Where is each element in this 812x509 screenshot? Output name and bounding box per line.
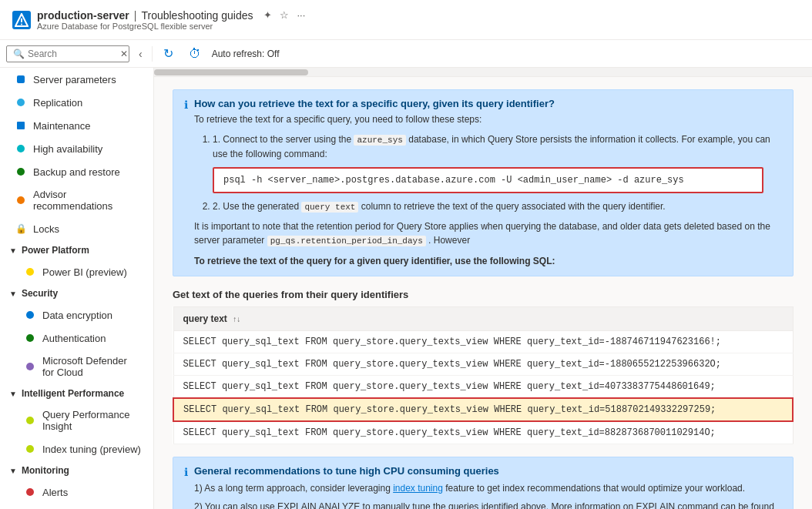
divider [152,46,153,62]
sidebar-item-power-bi[interactable]: Power BI (preview) [0,260,153,283]
row3-text: SELECT query_sql_text FROM query_store.q… [173,375,793,398]
query-table: query text ↑↓ SELECT query_sql_text FROM… [173,306,794,444]
search-box[interactable]: 🔍 ✕ [6,45,129,62]
table-row[interactable]: SELECT query_sql_text FROM query_store.q… [173,353,793,375]
chevron-monitoring: ▼ [9,467,17,475]
sidebar-item-authentication[interactable]: Authentication [0,326,153,350]
sidebar-item-high-availability[interactable]: High availability [0,137,153,160]
sidebar-label-replication: Replication [33,97,82,109]
star-icon[interactable]: ☆ [280,9,289,21]
sidebar-item-index-tuning[interactable]: Index tuning (preview) [0,437,153,460]
sidebar-item-query-perf[interactable]: Query Performance Insight [0,404,153,437]
top-header: production-server | Troubleshooting guid… [0,0,812,40]
sidebar-item-alerts[interactable]: Alerts [0,481,153,504]
sidebar-label-locks: Locks [33,223,59,235]
search-input[interactable] [28,49,120,59]
more-icon[interactable]: ··· [297,9,305,21]
sidebar-item-advisor[interactable]: Advisor recommendations [0,183,153,217]
table-row[interactable]: SELECT query_sql_text FROM query_store.q… [173,375,793,398]
sidebar-section-security[interactable]: ▼ Security [0,283,153,303]
ms-defender-icon [24,360,36,373]
search-icon: 🔍 [13,49,25,59]
note-code: pg_qs.retention_period_in_days [267,236,426,246]
rec-item-1: 1) As a long term approach, consider lev… [194,481,782,495]
sidebar-label-high-availability: High availability [33,143,102,155]
table-row[interactable]: SELECT query_sql_text FROM query_store.q… [173,330,793,353]
header-separator: | [134,9,137,22]
refresh-button[interactable]: ↻ [159,43,178,64]
gen-rec-info-icon: ℹ [184,466,188,478]
sidebar-label-query-perf: Query Performance Insight [42,409,141,432]
sidebar-section-monitoring-label: Monitoring [22,465,69,476]
info-icon: ℹ [184,99,188,111]
question-title: How can you retrieve the text for a spec… [194,98,782,109]
maintenance-icon [15,119,27,132]
header-title-block: production-server | Troubleshooting guid… [37,9,305,31]
index-tuning-link[interactable]: index tuning [393,483,443,494]
schedule-button[interactable]: ⏱ [184,44,206,64]
sidebar-item-server-parameters[interactable]: Server parameters [0,68,153,91]
sidebar-item-ms-defender[interactable]: Microsoft Defender for Cloud [0,350,153,383]
page-title: Troubleshooting guides [141,9,253,22]
sidebar-section-power-platform-label: Power Platform [22,245,89,256]
horizontal-scrollbar[interactable] [154,68,812,77]
collapse-sidebar-icon[interactable]: ‹ [136,48,146,60]
auto-refresh-label: Auto refresh: Off [212,49,280,59]
sidebar-label-index-tuning: Index tuning (preview) [42,444,141,455]
chevron-security: ▼ [9,290,17,298]
content-inner: ℹ How can you retrieve the text for a sp… [154,77,812,509]
sidebar-label-advisor: Advisor recommendations [33,189,141,212]
step-2: 2. Use the generated query text column t… [213,199,782,214]
app-logo [12,11,31,29]
rec-item-2: 2) You can also use EXPLAIN ANALYZE to m… [194,500,782,510]
table-section: Get text of the queries from their query… [173,289,794,444]
table-title: Get text of the queries from their query… [173,289,794,300]
high-availability-icon [15,142,27,155]
data-encryption-icon [24,309,36,321]
sidebar-item-replication[interactable]: Replication [0,91,153,114]
scrollbar-thumb [154,69,308,75]
server-name: production-server [37,9,129,22]
clear-search-icon[interactable]: ✕ [120,49,128,59]
row1-text: SELECT query_sql_text FROM query_store.q… [173,330,793,353]
sidebar-section-intelligent-performance[interactable]: ▼ Intelligent Performance [0,383,153,404]
gen-rec-title: General recommendations to tune high CPU… [194,465,782,477]
index-tuning-icon [24,443,36,455]
alerts-icon [24,486,36,498]
main-layout: Server parameters Replication Maintenanc… [0,68,812,509]
query-perf-icon [24,414,36,427]
sidebar-item-data-encryption[interactable]: Data encryption [0,303,153,326]
sidebar-item-maintenance[interactable]: Maintenance [0,114,153,137]
sort-icon[interactable]: ↑↓ [233,315,240,323]
sidebar-item-backup-restore[interactable]: Backup and restore [0,160,153,183]
table-row[interactable]: SELECT query_sql_text FROM query_store.q… [173,421,793,444]
step1-code: azure_sys [354,135,405,146]
step1-text: 1. Connect to the server using the [213,134,351,145]
server-parameters-icon [15,73,27,85]
sidebar-label-backup: Backup and restore [33,166,120,178]
rec1-before: 1) As a long term approach, consider lev… [194,483,391,494]
info-question-box: ℹ How can you retrieve the text for a sp… [173,89,794,276]
header-subtitle: Azure Database for PostgreSQL flexible s… [37,22,305,31]
steps-list-2: 2. Use the generated query text column t… [194,199,782,214]
sidebar-section-power-platform[interactable]: ▼ Power Platform [0,240,153,260]
chevron-intelligent-performance: ▼ [9,390,17,398]
note-rest: . However [428,235,470,246]
rec1-after: feature to get index recommendations tha… [445,483,745,494]
steps-list: 1. Connect to the server using the azure… [194,132,782,161]
step2-code: query text [301,202,358,213]
sidebar-item-locks[interactable]: 🔒 Locks [0,217,153,240]
bold-line: To retrieve the text of the query for a … [194,254,782,268]
step2-rest: column to retrieve the text of the query… [361,201,666,212]
pin-icon[interactable]: ✦ [263,9,272,21]
rec2-before: 2) You can also use EXPLAIN ANALYZE to m… [194,501,774,510]
table-row-highlighted[interactable]: SELECT query_sql_text FROM query_store.q… [173,398,793,421]
backup-icon [15,166,27,178]
gen-rec-box: ℹ General recommendations to tune high C… [173,457,794,510]
command-block: psql -h <server_name>.postgres.database.… [213,167,763,193]
sidebar-section-monitoring[interactable]: ▼ Monitoring [0,460,153,481]
sidebar-label-authentication: Authentication [42,333,106,344]
intro-text: To retrieve the text for a specific quer… [194,112,782,126]
sidebar-item-metrics[interactable]: Metrics [0,504,153,509]
locks-icon: 🔒 [15,223,27,235]
